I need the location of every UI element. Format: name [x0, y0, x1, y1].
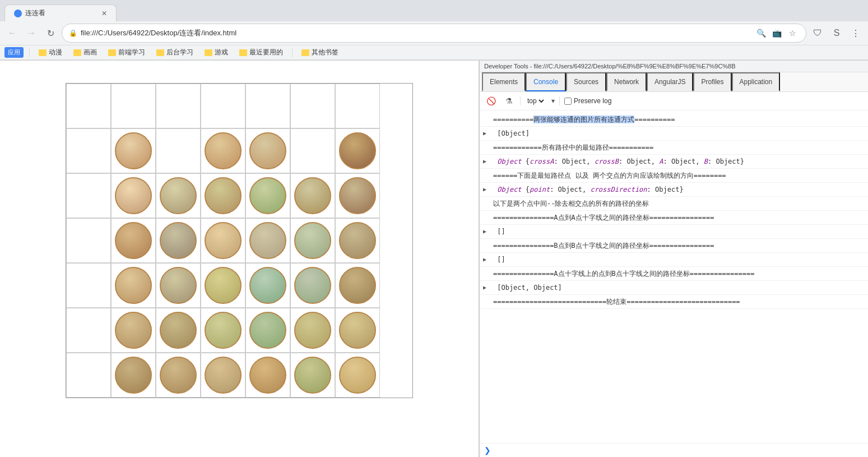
grid-cell[interactable]	[335, 218, 380, 263]
grid-cell[interactable]	[335, 84, 380, 128]
tab-sources[interactable]: Sources	[566, 72, 606, 91]
tab-console[interactable]: Console	[526, 72, 566, 91]
character-avatar	[249, 267, 286, 304]
tab-application[interactable]: Application	[732, 72, 781, 91]
address-input[interactable]	[81, 29, 751, 38]
grid-cell[interactable]	[156, 308, 201, 353]
forward-button[interactable]: →	[24, 25, 39, 41]
expand-arrow[interactable]: ▶	[483, 185, 486, 193]
tab-angularjs[interactable]: AngularJS	[647, 72, 693, 91]
grid-cell[interactable]	[245, 218, 290, 263]
grid-cell[interactable]	[201, 84, 245, 128]
preserve-log-label[interactable]: Preserve log	[564, 97, 611, 105]
reload-button[interactable]: ↻	[43, 25, 58, 41]
clear-console-button[interactable]: 🚫	[484, 94, 498, 108]
grid-cell[interactable]	[201, 353, 245, 398]
grid-cell[interactable]	[335, 263, 380, 308]
menu-button[interactable]: ⋮	[848, 25, 864, 41]
grid-cell[interactable]	[290, 308, 335, 353]
profile-button[interactable]: S	[829, 25, 844, 41]
expand-arrow[interactable]: ▶	[483, 129, 486, 137]
console-line-6[interactable]: ▶ Object {point: Object, crossDirection:…	[480, 183, 868, 197]
grid-cell[interactable]	[111, 218, 156, 263]
context-select[interactable]: top	[525, 96, 546, 105]
grid-cell[interactable]	[201, 218, 245, 263]
expand-arrow[interactable]: ▶	[483, 255, 486, 264]
grid-cell[interactable]	[156, 263, 201, 308]
bookmark-backend[interactable]: 后台学习	[153, 47, 197, 58]
tab-close-button[interactable]: ✕	[101, 10, 107, 17]
grid-cell[interactable]	[335, 173, 380, 218]
game-grid[interactable]	[66, 83, 413, 398]
grid-cell[interactable]	[156, 84, 201, 128]
grid-cell[interactable]	[111, 308, 156, 353]
grid-cell[interactable]	[66, 218, 111, 263]
extension-button[interactable]: 🛡	[810, 25, 825, 41]
expand-arrow[interactable]: ▶	[483, 227, 486, 236]
grid-cell[interactable]	[290, 353, 335, 398]
grid-cell[interactable]	[66, 263, 111, 308]
console-line-9[interactable]: ▶ []	[480, 225, 868, 239]
grid-cell[interactable]	[66, 128, 111, 173]
address-bar: 🔒 🔍 📺 ☆	[62, 24, 806, 43]
tab-network[interactable]: Network	[606, 72, 647, 91]
grid-cell[interactable]	[66, 353, 111, 398]
grid-cell[interactable]	[66, 173, 111, 218]
grid-cell[interactable]	[335, 353, 380, 398]
grid-cell[interactable]	[156, 128, 201, 173]
expand-arrow[interactable]: ▶	[483, 283, 486, 292]
grid-cell[interactable]	[156, 173, 201, 218]
grid-cell[interactable]	[245, 263, 290, 308]
grid-cell[interactable]	[111, 173, 156, 218]
grid-cell[interactable]	[245, 84, 290, 128]
console-line-2[interactable]: ▶ [Object]	[480, 127, 868, 141]
back-button[interactable]: ←	[4, 25, 20, 41]
grid-cell[interactable]	[201, 128, 245, 173]
search-button[interactable]: 🔍	[754, 26, 768, 40]
bookmark-others[interactable]: 其他书签	[298, 47, 342, 58]
preserve-log-checkbox[interactable]	[564, 98, 572, 105]
expand-arrow[interactable]: ▶	[483, 157, 486, 165]
tab-elements[interactable]: Elements	[482, 72, 526, 91]
grid-cell[interactable]	[66, 84, 111, 128]
bookmark-animanga[interactable]: 动漫	[35, 47, 66, 58]
console-input[interactable]	[494, 446, 864, 454]
grid-cell[interactable]	[111, 128, 156, 173]
cast-button[interactable]: 📺	[770, 26, 783, 40]
grid-cell[interactable]	[111, 353, 156, 398]
grid-cell[interactable]	[335, 128, 380, 173]
webpage-scroll[interactable]	[0, 61, 479, 457]
grid-cell[interactable]	[335, 308, 380, 353]
character-avatar	[160, 177, 197, 214]
console-line-13[interactable]: ▶ [Object, Object]	[480, 281, 868, 295]
browser-tab[interactable]: 连连看 ✕	[4, 4, 117, 21]
bookmark-drawing[interactable]: 画画	[70, 47, 100, 58]
grid-cell[interactable]	[290, 263, 335, 308]
grid-cell[interactable]	[201, 308, 245, 353]
grid-cell[interactable]	[290, 128, 335, 173]
grid-cell[interactable]	[245, 308, 290, 353]
console-line-4[interactable]: ▶ Object {crossA: Object, crossB: Object…	[480, 155, 868, 169]
grid-cell[interactable]	[201, 173, 245, 218]
tab-profiles[interactable]: Profiles	[693, 72, 731, 91]
bookmark-recent[interactable]: 最近要用的	[236, 47, 286, 58]
grid-cell[interactable]	[201, 263, 245, 308]
bookmark-frontend[interactable]: 前端学习	[105, 47, 148, 58]
apps-button[interactable]: 应用	[4, 47, 24, 58]
grid-cell[interactable]	[290, 173, 335, 218]
bookmark-games[interactable]: 游戏	[201, 47, 231, 58]
console-line-11[interactable]: ▶ []	[480, 253, 868, 267]
grid-cell[interactable]	[156, 353, 201, 398]
grid-cell[interactable]	[66, 308, 111, 353]
bookmark-star-button[interactable]: ☆	[786, 26, 799, 40]
filter-button[interactable]: ⚗	[502, 94, 516, 108]
grid-cell[interactable]	[156, 218, 201, 263]
grid-cell[interactable]	[290, 84, 335, 128]
grid-cell[interactable]	[245, 128, 290, 173]
grid-cell[interactable]	[111, 263, 156, 308]
grid-cell[interactable]	[245, 173, 290, 218]
grid-cell[interactable]	[290, 218, 335, 263]
grid-cell[interactable]	[111, 84, 156, 128]
folder-icon	[73, 49, 81, 56]
grid-cell[interactable]	[245, 353, 290, 398]
